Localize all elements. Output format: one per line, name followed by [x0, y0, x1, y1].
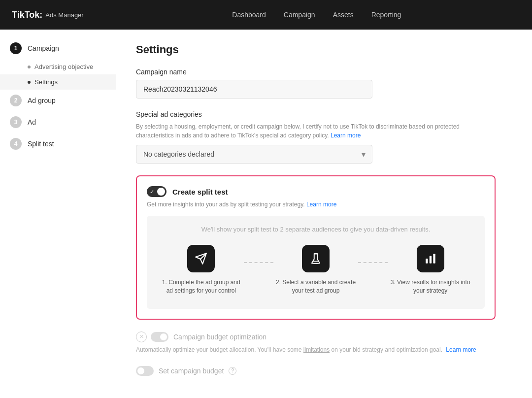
brand-name: TikTok:	[12, 10, 42, 20]
sidebar-label-splittest: Split test	[28, 140, 54, 148]
split-test-card: ✓ Create split test Get more insights in…	[136, 175, 496, 320]
campaign-name-input[interactable]	[136, 80, 372, 99]
svg-rect-1	[430, 256, 432, 264]
special-ad-desc: By selecting a housing, employment, or c…	[136, 122, 496, 140]
flask-icon	[302, 245, 330, 272]
sidebar-dot-objective	[28, 66, 31, 68]
sidebar-sub-label-settings: Settings	[34, 78, 58, 86]
svg-rect-0	[426, 259, 428, 264]
main-content: Settings Campaign name Special ad catego…	[116, 30, 532, 398]
split-test-info-box: We'll show your split test to 2 separate…	[147, 216, 485, 309]
step-1-label: 1. Complete the ad group and ad settings…	[159, 278, 244, 295]
cbo-learn-more-link[interactable]: Learn more	[446, 346, 476, 353]
brand-sub: Ads Manager	[45, 11, 83, 19]
sidebar-item-ad[interactable]: 3 Ad	[0, 111, 116, 133]
step-connector-1	[244, 262, 273, 263]
split-test-desc: Get more insights into your ads by split…	[147, 201, 485, 208]
budget-label: Set campaign budget	[159, 367, 224, 375]
campaign-name-group: Campaign name	[136, 68, 512, 99]
sidebar-item-campaign[interactable]: 1 Campaign	[0, 37, 116, 59]
split-test-info-text: We'll show your split test to 2 separate…	[159, 226, 473, 233]
sidebar-num-splittest: 4	[10, 138, 22, 150]
cbo-toggle-x: ✕	[136, 332, 147, 342]
sidebar-label-ad: Ad	[28, 118, 36, 126]
special-ad-select-wrapper: No categories declared ▾	[136, 145, 372, 164]
sidebar-label-campaign: Campaign	[28, 44, 59, 52]
cbo-title: Campaign budget optimization	[173, 333, 266, 341]
split-test-learn-more-link[interactable]: Learn more	[306, 201, 336, 208]
cbo-toggle[interactable]	[151, 332, 168, 342]
split-test-header: ✓ Create split test	[147, 186, 485, 197]
sidebar-dot-settings	[28, 81, 31, 84]
info-icon[interactable]: ?	[229, 367, 236, 375]
chart-icon	[417, 245, 444, 272]
svg-rect-2	[433, 254, 435, 264]
sidebar-sub-settings[interactable]: Settings	[0, 74, 116, 90]
split-test-title: Create split test	[172, 188, 228, 196]
cbo-desc: Automatically optimize your budget alloc…	[136, 345, 496, 354]
send-icon	[187, 245, 215, 272]
sidebar-sub-advertising-objective[interactable]: Advertising objective	[0, 59, 116, 74]
special-ad-select[interactable]: No categories declared	[136, 145, 372, 164]
step-connector-2	[358, 262, 388, 263]
sidebar: 1 Campaign Advertising objective Setting…	[0, 30, 116, 398]
nav-reporting[interactable]: Reporting	[371, 11, 401, 19]
step-2-label: 2. Select a variable and create your tes…	[273, 278, 359, 295]
split-step-2: 2. Select a variable and create your tes…	[273, 245, 359, 295]
step-3-label: 3. View results for insights into your s…	[388, 278, 473, 295]
page-title: Settings	[136, 43, 512, 56]
special-ad-group: Special ad categories By selecting a hou…	[136, 110, 512, 164]
sidebar-item-splittest[interactable]: 4 Split test	[0, 133, 116, 155]
split-step-1: 1. Complete the ad group and ad settings…	[159, 245, 244, 295]
campaign-name-label: Campaign name	[136, 68, 512, 76]
special-ad-learn-more-link[interactable]: Learn more	[331, 132, 361, 139]
split-test-toggle[interactable]: ✓	[147, 186, 166, 197]
special-ad-label: Special ad categories	[136, 110, 512, 118]
nav-dashboard[interactable]: Dashboard	[232, 11, 266, 19]
budget-toggle[interactable]	[136, 366, 154, 376]
sidebar-sub-label-objective: Advertising objective	[34, 63, 93, 70]
budget-section: Set campaign budget ?	[136, 366, 512, 376]
nav-links: Dashboard Campaign Assets Reporting	[113, 11, 520, 19]
split-step-3: 3. View results for insights into your s…	[388, 245, 473, 295]
cbo-limitations-link[interactable]: limitations	[303, 346, 330, 353]
top-navigation: TikTok: Ads Manager Dashboard Campaign A…	[0, 0, 532, 30]
split-steps: 1. Complete the ad group and ad settings…	[159, 245, 473, 295]
cbo-section: ✕ Campaign budget optimization Automatic…	[136, 332, 496, 354]
nav-campaign[interactable]: Campaign	[284, 11, 315, 19]
sidebar-num-ad: 3	[10, 116, 22, 128]
toggle-check-icon: ✓	[150, 189, 154, 195]
brand-logo: TikTok: Ads Manager	[12, 10, 84, 20]
sidebar-num-adgroup: 2	[10, 95, 22, 106]
cbo-header: ✕ Campaign budget optimization	[136, 332, 496, 342]
nav-assets[interactable]: Assets	[333, 11, 354, 19]
sidebar-label-adgroup: Ad group	[28, 97, 56, 104]
main-layout: 1 Campaign Advertising objective Setting…	[0, 30, 532, 398]
sidebar-item-adgroup[interactable]: 2 Ad group	[0, 90, 116, 111]
sidebar-num-campaign: 1	[10, 42, 22, 54]
